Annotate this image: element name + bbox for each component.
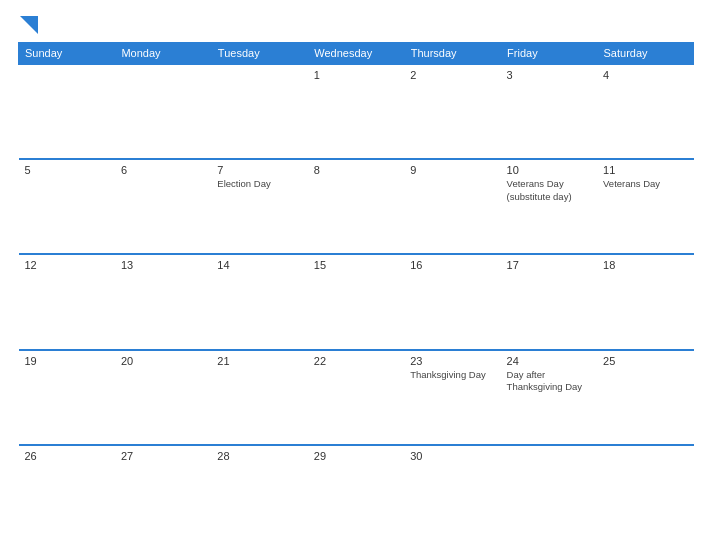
day-cell: 19 (19, 350, 115, 445)
logo-triangle-icon (20, 16, 38, 34)
day-cell: 24Day afterThanksgiving Day (501, 350, 597, 445)
day-cell: 4 (597, 64, 693, 159)
weekday-header-thursday: Thursday (404, 43, 500, 65)
day-number: 13 (121, 259, 205, 271)
day-number: 28 (217, 450, 301, 462)
day-event: Thanksgiving Day (410, 369, 494, 381)
day-cell (115, 64, 211, 159)
logo (18, 16, 38, 34)
day-cell: 18 (597, 254, 693, 349)
day-cell: 16 (404, 254, 500, 349)
day-cell: 26 (19, 445, 115, 540)
day-number: 25 (603, 355, 687, 367)
day-cell: 10Veterans Day(substitute day) (501, 159, 597, 254)
day-cell (19, 64, 115, 159)
weekday-header-saturday: Saturday (597, 43, 693, 65)
weekday-header-monday: Monday (115, 43, 211, 65)
header (18, 16, 694, 34)
weekday-header-tuesday: Tuesday (211, 43, 307, 65)
day-number: 23 (410, 355, 494, 367)
day-cell: 14 (211, 254, 307, 349)
day-number: 4 (603, 69, 687, 81)
day-number: 10 (507, 164, 591, 176)
day-number: 17 (507, 259, 591, 271)
day-cell: 8 (308, 159, 404, 254)
day-cell (211, 64, 307, 159)
day-cell (501, 445, 597, 540)
day-number: 1 (314, 69, 398, 81)
week-row-4: 2627282930 (19, 445, 694, 540)
day-number: 24 (507, 355, 591, 367)
day-cell: 11Veterans Day (597, 159, 693, 254)
day-number: 15 (314, 259, 398, 271)
week-row-3: 1920212223Thanksgiving Day24Day afterTha… (19, 350, 694, 445)
day-number: 30 (410, 450, 494, 462)
day-number: 9 (410, 164, 494, 176)
day-number: 21 (217, 355, 301, 367)
day-cell: 27 (115, 445, 211, 540)
day-cell: 21 (211, 350, 307, 445)
weekday-header-row: SundayMondayTuesdayWednesdayThursdayFrid… (19, 43, 694, 65)
day-cell: 23Thanksgiving Day (404, 350, 500, 445)
day-number: 29 (314, 450, 398, 462)
day-cell: 9 (404, 159, 500, 254)
day-event: (substitute day) (507, 191, 591, 203)
day-number: 18 (603, 259, 687, 271)
day-cell: 5 (19, 159, 115, 254)
day-number: 7 (217, 164, 301, 176)
day-number: 12 (25, 259, 109, 271)
weekday-header-wednesday: Wednesday (308, 43, 404, 65)
week-row-2: 12131415161718 (19, 254, 694, 349)
day-event: Thanksgiving Day (507, 381, 591, 393)
svg-marker-0 (20, 16, 38, 34)
day-number: 14 (217, 259, 301, 271)
day-event: Election Day (217, 178, 301, 190)
day-event: Veterans Day (507, 178, 591, 190)
day-number: 8 (314, 164, 398, 176)
day-cell: 3 (501, 64, 597, 159)
day-number: 11 (603, 164, 687, 176)
day-number: 6 (121, 164, 205, 176)
calendar-page: SundayMondayTuesdayWednesdayThursdayFrid… (0, 0, 712, 550)
day-cell: 22 (308, 350, 404, 445)
day-number: 5 (25, 164, 109, 176)
day-number: 19 (25, 355, 109, 367)
day-cell: 6 (115, 159, 211, 254)
day-cell: 28 (211, 445, 307, 540)
weekday-header-sunday: Sunday (19, 43, 115, 65)
day-number: 26 (25, 450, 109, 462)
week-row-0: 1234 (19, 64, 694, 159)
day-number: 27 (121, 450, 205, 462)
day-event: Day after (507, 369, 591, 381)
day-cell: 25 (597, 350, 693, 445)
day-cell: 7Election Day (211, 159, 307, 254)
day-cell: 1 (308, 64, 404, 159)
day-event: Veterans Day (603, 178, 687, 190)
day-cell: 29 (308, 445, 404, 540)
day-cell: 15 (308, 254, 404, 349)
week-row-1: 567Election Day8910Veterans Day(substitu… (19, 159, 694, 254)
weekday-header-friday: Friday (501, 43, 597, 65)
day-cell: 20 (115, 350, 211, 445)
day-cell: 12 (19, 254, 115, 349)
day-number: 3 (507, 69, 591, 81)
day-number: 20 (121, 355, 205, 367)
calendar-table: SundayMondayTuesdayWednesdayThursdayFrid… (18, 42, 694, 540)
day-cell: 13 (115, 254, 211, 349)
day-cell (597, 445, 693, 540)
day-number: 22 (314, 355, 398, 367)
day-number: 16 (410, 259, 494, 271)
day-cell: 30 (404, 445, 500, 540)
day-cell: 17 (501, 254, 597, 349)
day-cell: 2 (404, 64, 500, 159)
day-number: 2 (410, 69, 494, 81)
